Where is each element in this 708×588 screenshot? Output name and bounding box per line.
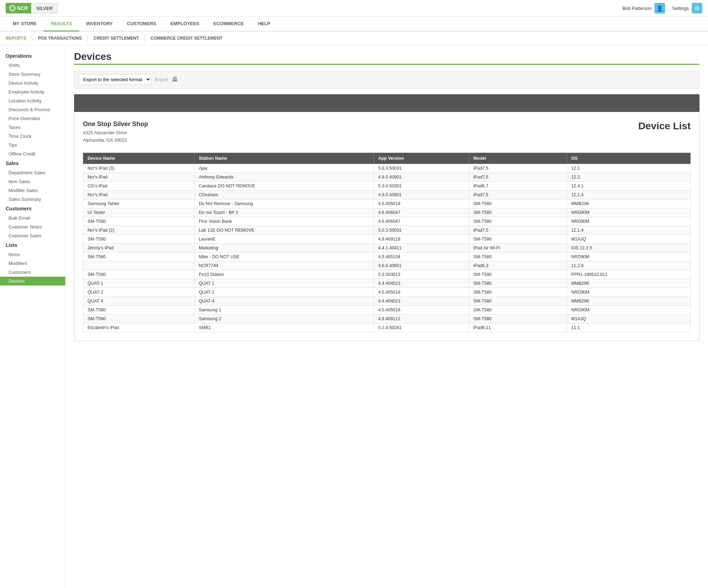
table-cell-2: 4.9.0.40901: [374, 173, 469, 181]
table-cell-4: NRD90M: [567, 217, 691, 226]
table-cell-3: SM-T590: [469, 234, 567, 243]
sidebar-item-device-activity[interactable]: Device Activity: [0, 79, 65, 87]
gear-icon[interactable]: ⚙: [692, 3, 702, 13]
table-cell-4: PPR1.180610.011: [567, 270, 691, 279]
table-cell-3: iPad7,5: [469, 173, 567, 181]
sidebar-item-store-summary[interactable]: Store Summary: [0, 70, 65, 79]
report-title: Device List: [638, 120, 691, 132]
table-cell-4: MMB29K: [567, 296, 691, 305]
sidebar-section-sales: Sales: [0, 158, 65, 168]
main-nav-item-help[interactable]: HELP: [251, 17, 277, 32]
sidebar-item-taxes[interactable]: Taxes: [0, 123, 65, 132]
sidebar-item-item-sales[interactable]: Item Sales: [0, 177, 65, 186]
table-row: Ncr's iPad (3)Ajay5.0.3.50031iPad7,512.1: [83, 164, 691, 173]
sidebar-item-modifiers[interactable]: Modifiers: [0, 259, 65, 268]
sidebar-item-modifier-sales[interactable]: Modifier Sales: [0, 186, 65, 195]
table-body: Ncr's iPad (3)Ajay5.0.3.50031iPad7,512.1…: [83, 164, 691, 332]
sidebar-item-employee-activity[interactable]: Employee Activity: [0, 87, 65, 96]
sidebar-item-sales-summary[interactable]: Sales Summary: [0, 195, 65, 204]
sub-nav-item-commerce-credit-settlement[interactable]: COMMERCE CREDIT SETTLEMENT: [145, 34, 228, 42]
export-format-select[interactable]: Export to the selected format: [79, 74, 151, 85]
sidebar-item-items[interactable]: Items: [0, 250, 65, 259]
main-nav-item-results[interactable]: RESULTS: [44, 17, 79, 32]
sidebar-section-lists: Lists: [0, 240, 65, 250]
doc-header: One Stop Silver Shop 4325 Alexander Driv…: [83, 120, 691, 144]
main-nav-item-customers[interactable]: CUSTOMERS: [120, 17, 163, 32]
sub-nav-item-reports[interactable]: REPORTS: [6, 34, 32, 42]
table-cell-1: Candace DO NOT REMOVE: [194, 181, 373, 190]
table-row: SM-T580Samsung 14.5.405018SM-T580NRD90M: [83, 305, 691, 314]
sidebar-item-devices[interactable]: Devices: [0, 277, 65, 285]
sidebar-item-price-overrides[interactable]: Price Overrides: [0, 114, 65, 123]
table-row: Ncr's iPad (2)Lab 11E-DO NOT REMOVE5.0.3…: [83, 226, 691, 234]
sidebar-item-offline-credit[interactable]: Offline Credit: [0, 149, 65, 158]
table-cell-3: SM-T580: [469, 208, 567, 217]
table-cell-2: 4.9.0.40901: [374, 190, 469, 199]
dark-bar: [74, 94, 699, 112]
sidebar-item-discounts-and-promos[interactable]: Discounts & Promos: [0, 105, 65, 114]
table-cell-4: 12.4.1: [567, 181, 691, 190]
table-row: Jimmy's iPadMarketing4.4.1.40411iPad Air…: [83, 243, 691, 252]
table-row: QUAT-2QUAT-24.5.405018SM-T580NRD90M: [83, 288, 691, 296]
table-cell-4: M1AJQ: [567, 314, 691, 323]
main-nav-item-ecommerce[interactable]: ECOMMERCE: [206, 17, 251, 32]
sidebar-item-tips[interactable]: Tips: [0, 141, 65, 149]
table-cell-4: MMB29K: [567, 199, 691, 208]
table-cell-3: SM-T580: [469, 252, 567, 261]
table-cell-3: SM-T580: [469, 199, 567, 208]
sidebar-item-time-clock[interactable]: Time Clock: [0, 132, 65, 141]
table-cell-3: SM-T590: [469, 270, 567, 279]
main-nav-item-employees[interactable]: EMPLOYEES: [163, 17, 206, 32]
table-cell-4: 12.1.4: [567, 190, 691, 199]
main-content: Devices Export to the selected format Ex…: [66, 45, 708, 588]
table-cell-4: iOS 11.2.5: [567, 243, 691, 252]
export-button[interactable]: Export: [155, 77, 168, 82]
table-cell-3: iPad6,3: [469, 261, 567, 270]
table-row: SM-T590LaurenE4.9.409119SM-T590M1AJQ: [83, 234, 691, 243]
settings-label[interactable]: Settings: [672, 6, 689, 11]
table-row: SM-T580Mike - DO NOT USE4.5.405104SM-T58…: [83, 252, 691, 261]
sidebar-item-customers[interactable]: Customers: [0, 268, 65, 277]
table-cell-0: Jimmy's iPad: [83, 243, 195, 252]
sidebar-item-shifts[interactable]: Shifts: [0, 61, 65, 70]
sub-nav-item-credit-settlement[interactable]: CREDIT SETTLEMENT: [88, 34, 145, 42]
silver-logo: SILVER: [31, 3, 58, 13]
table-cell-1: Do Not Remove - Samsung: [194, 199, 373, 208]
table-cell-1: QUAT-4: [194, 296, 373, 305]
table-cell-2: 4.5.405104: [374, 252, 469, 261]
table-cell-0: Ncr's iPad (3): [83, 164, 195, 173]
table-cell-3: SM-T580: [469, 279, 567, 288]
table-cell-2: 4.4.404023: [374, 279, 469, 288]
table-cell-3: iPad6,7: [469, 181, 567, 190]
table-cell-0: UI Tester: [83, 208, 195, 217]
table-cell-0: SM-T580: [83, 305, 195, 314]
col-header-app-version: App Version: [374, 153, 469, 164]
sidebar-item-location-activity[interactable]: Location Activity: [0, 96, 65, 105]
table-cell-1: Samsung 2: [194, 314, 373, 323]
table-row: QUAT 4QUAT-44.4.404023SM-T580MMB29K: [83, 296, 691, 305]
print-icon[interactable]: 🖶: [172, 76, 178, 83]
table-cell-1: Do not Touch - BP 2: [194, 208, 373, 217]
table-cell-4: M1AJQ: [567, 234, 691, 243]
sidebar-item-bulk-email[interactable]: Bulk Email: [0, 214, 65, 222]
table-cell-0: QUAT-1: [83, 279, 195, 288]
table-cell-4: 12.1: [567, 164, 691, 173]
table-cell-3: iPad6,11: [469, 323, 567, 332]
table-cell-4: 11.1: [567, 323, 691, 332]
sidebar-item-customer-notes[interactable]: Customer Notes: [0, 222, 65, 231]
sub-nav-item-pos-transactions[interactable]: POS TRANSACTIONS: [32, 34, 88, 42]
sidebar-item-customer-sales[interactable]: Customer Sales: [0, 231, 65, 240]
sidebar-item-department-sales[interactable]: Department Sales: [0, 168, 65, 177]
user-info: Bob Patterson 👤: [623, 3, 665, 13]
table-cell-2: 5.0.3.50031: [374, 164, 469, 173]
top-header: ◯ NCR SILVER Bob Patterson 👤 Settings ⚙: [0, 0, 708, 17]
company-info: One Stop Silver Shop 4325 Alexander Driv…: [83, 120, 148, 144]
main-nav-item-my-store[interactable]: MY STORE: [6, 17, 44, 32]
table-cell-1: Samsung 1: [194, 305, 373, 314]
table-cell-1: Anthony Edwards: [194, 173, 373, 181]
table-header-row: Device NameStation NameApp VersionModelO…: [83, 153, 691, 164]
table-cell-4: NRD90M: [567, 305, 691, 314]
user-avatar-icon[interactable]: 👤: [654, 3, 665, 13]
main-nav-item-inventory[interactable]: INVENTORY: [79, 17, 120, 32]
table-cell-2: 5.0.3.50031: [374, 226, 469, 234]
